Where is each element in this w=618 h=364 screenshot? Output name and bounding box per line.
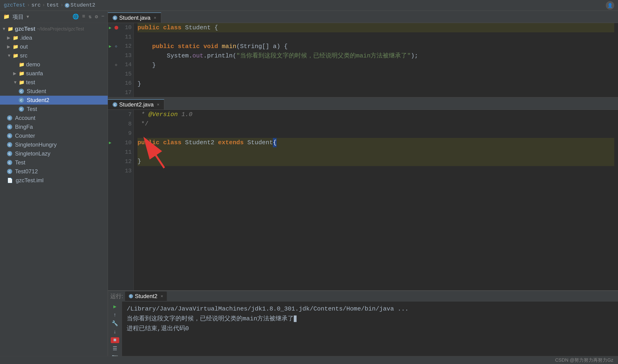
tree-item-student[interactable]: C Student [0,87,108,96]
tree-label-test-folder: test [26,79,35,86]
bottom-left-toolbar: ▶ ↑ 🔧 ↓ ■ ☰ 📷 ⇅ 🖨 ⚙ [108,302,122,356]
tab-student-icon: C [113,15,117,20]
s2-ln-11: 11 [108,147,133,157]
bookmark-14: ◇ [115,62,117,67]
tab-bar-bottom: C Student2.java × [108,98,618,110]
code-line-10: public class Student { [137,23,614,32]
account-class-icon: C [7,115,12,120]
tree-item-suanfa[interactable]: ▶ 📁 suanfa [0,69,108,78]
console-end-text: 进程已结束,退出代码0 [127,325,189,332]
status-bar: CSDN @努力努力再努力Gz [0,356,618,364]
bottom-tab-student2[interactable]: C Student2 × [125,292,167,301]
tree-item-iml[interactable]: 📄 gzcTest.iml [0,176,108,185]
tree-label-suanfa: suanfa [26,70,43,77]
tree-label-demo: demo [26,61,40,68]
globe-icon[interactable]: 🌐 [73,13,79,20]
ln-14: ◇ 14 [108,60,133,69]
wrench-button[interactable]: 🔧 [111,320,119,327]
sort-icon[interactable]: ⇅ [89,13,92,20]
bottom-panel-tabs: 运行: C Student2 × [108,291,618,302]
tree-item-test-folder[interactable]: ▼ 📁 test [0,78,108,87]
run-btn-s2-10[interactable]: ▶ [109,140,111,145]
list-button[interactable]: ☰ [111,345,119,352]
tree-item-counter[interactable]: C Counter [0,131,108,140]
breadcrumb-test[interactable]: test [46,2,59,8]
sidebar-dropdown-arrow[interactable]: ▼ [26,14,29,19]
tree-item-singletonhungry[interactable]: C SingletonHungry [0,140,108,149]
breadcrumb-src[interactable]: src [31,2,41,8]
tree-item-bingfa[interactable]: C BingFa [0,122,108,131]
bottom-content: ▶ ↑ 🔧 ↓ ■ ☰ 📷 ⇅ 🖨 ⚙ /Library/ [108,302,618,356]
s2-code-11 [137,147,614,157]
expand-arrow-out: ▶ [7,44,11,49]
code-line-13: System.out.println("当你看到这段文字的时候，已经说明父类的m… [137,51,614,61]
tab-student-close[interactable]: × [154,15,156,20]
code-line-11 [137,32,614,42]
tree-item-student2[interactable]: C Student2 [0,96,108,104]
bottom-tab-close[interactable]: × [161,294,163,299]
s2-code-12: } [137,157,614,166]
breadcrumb-project[interactable]: gzcTest [4,2,25,8]
run-btn-10[interactable]: ▶ [109,25,111,30]
tree-item-account[interactable]: C Account [0,114,108,122]
debug-btn-10[interactable] [115,26,118,29]
folder-icon: 📁 [3,13,10,20]
bookmark-12: ◇ [115,44,117,49]
stop-button[interactable]: ■ [111,337,119,343]
collapse-arrow: ▼ [2,26,6,31]
demo-folder-icon: 📁 [19,62,25,67]
tree-item-idea[interactable]: ▶ 📁 .idea [0,33,108,42]
bottom-editor-pane: C Student2.java × 7 8 9 ▶ 10 [108,98,618,290]
down-button[interactable]: ↓ [111,329,119,335]
settings-icon[interactable]: ⚙ [95,13,98,20]
tree-item-out[interactable]: ▶ 📁 out [0,42,108,51]
run-icon: C [129,294,133,298]
tree-label-test-class: Test [27,106,37,112]
bingfa-class-icon: C [7,124,12,130]
up-button[interactable]: ↑ [111,312,119,318]
tab-student2-java[interactable]: C Student2.java × [108,99,164,110]
breadcrumb: gzcTest › src › test › C Student2 [4,2,95,8]
user-avatar[interactable]: 👤 [606,1,614,10]
s2-code-8: */ [137,119,614,129]
tree-item-test-class[interactable]: C Test [0,104,108,114]
s2-ln-10: ▶ 10 [108,138,133,147]
iml-icon: 📄 [7,178,13,183]
run-btn-12[interactable]: ▶ [109,44,111,49]
tree-item-test0712[interactable]: C Test0712 [0,167,108,176]
test-root-class-icon: C [7,160,12,165]
status-right: CSDN @努力努力再努力Gz [555,357,613,363]
tree-item-demo[interactable]: 📁 demo [0,60,108,69]
run-button[interactable]: ▶ [111,303,119,310]
student2-class-icon: C [19,98,24,103]
expand-arrow: ▶ [7,35,11,40]
tab-student2-icon: C [113,102,117,107]
tree-item-src[interactable]: ▼ 📁 src [0,51,108,60]
tab-student-java[interactable]: C Student.java × [108,13,161,23]
sidebar-toolbar: 🌐 ≡ ⇅ ⚙ − [73,13,105,20]
breadcrumb-sep3: › [60,2,63,8]
ln-17: 17 [108,88,133,97]
tree-label-idea: .idea [20,35,32,41]
s2-ln-9: 9 [108,129,133,138]
tree-item-singletonlazy[interactable]: C SingletonLazy [0,149,108,158]
student2-code[interactable]: * @Version 1.0 */ public class Student2 … [134,110,618,290]
tree-item-gzctest[interactable]: ▼ 📁 gzcTest ~/IdeaProjects/gzcTest [0,24,108,33]
student-code[interactable]: public class Student { public static voi… [134,23,618,97]
tree-label-account: Account [15,115,35,121]
bottom-tab-student2-label: Student2 [135,293,158,299]
s2-ln-8: 8 [108,119,133,129]
breadcrumb-current[interactable]: Student2 [70,2,95,8]
sidebar: 📁 项目 ▼ 🌐 ≡ ⇅ ⚙ − ▼ 📁 gzcTest ~/ [0,11,108,356]
student-editor: ▶ 10 11 ▶ ◇ 12 13 [108,23,618,97]
tab-student2-close[interactable]: × [157,102,159,107]
breadcrumb-class-icon: C [65,3,69,8]
collapse-icon[interactable]: − [101,13,105,20]
align-icon[interactable]: ≡ [82,13,85,20]
tree-item-test-root[interactable]: C Test [0,158,108,167]
line-numbers-student2: 7 8 9 ▶ 10 11 12 13 [108,110,134,290]
s2-code-9 [137,129,614,138]
counter-class-icon: C [7,133,12,138]
camera-button[interactable]: 📷 [111,354,119,356]
top-bar: gzcTest › src › test › C Student2 👤 [0,0,618,11]
